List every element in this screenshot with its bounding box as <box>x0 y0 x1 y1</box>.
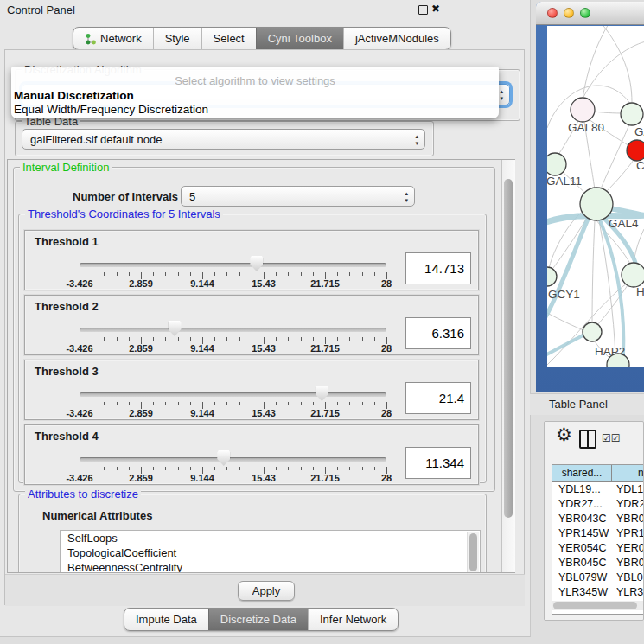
column-header[interactable]: name <box>612 465 643 481</box>
table-cell: YBR0... <box>616 556 643 571</box>
threshold-slider-track[interactable] <box>80 457 386 462</box>
tab-network[interactable]: Network <box>73 28 153 49</box>
scrollbar-thumb[interactable] <box>504 179 513 518</box>
network-node[interactable] <box>547 153 566 175</box>
algorithm-option[interactable]: Manual Discretization <box>14 89 496 103</box>
network-node[interactable] <box>622 263 644 287</box>
threshold-value-field[interactable]: 11.344 <box>405 447 471 479</box>
table-cell: YBL0... <box>616 571 643 585</box>
network-node[interactable] <box>571 98 595 122</box>
threshold-panel: Threshold 4-3.4262.8599.14415.4321.71528… <box>24 424 479 485</box>
attribute-item[interactable]: SelfLoops <box>61 531 480 545</box>
network-canvas[interactable]: GAL80GACGAL11GAL4HGCY1HAP2 <box>547 26 644 367</box>
threshold-panel: Threshold 3-3.4262.8599.14415.4321.71528… <box>24 360 479 420</box>
table-row[interactable]: YBR045CYBR0... <box>552 556 643 571</box>
network-node[interactable] <box>583 322 602 341</box>
threshold-slider-track[interactable] <box>80 328 386 332</box>
scrollbar-thumb[interactable] <box>553 602 637 609</box>
table-cell: YDR2... <box>616 497 643 512</box>
table-data-combobox[interactable]: galFiltered.sif default node ▴▾ <box>22 129 425 150</box>
select-columns-icon[interactable]: ☑☑ <box>602 432 621 444</box>
tab-cyni-toolbox[interactable]: Cyni Toolbox <box>256 28 343 49</box>
zoom-window-icon[interactable] <box>580 8 590 18</box>
attribute-item[interactable]: TopologicalCoefficient <box>61 545 480 560</box>
algorithm-option[interactable]: Equal Width/Frequency Discretization <box>14 103 496 117</box>
node-label: GAL4 <box>609 217 639 230</box>
attribute-item[interactable]: BetweennessCentrality <box>61 560 480 573</box>
tab-label: Network <box>100 32 142 45</box>
group-title-interval-definition: Interval Definition <box>20 161 112 174</box>
tab-infer-network[interactable]: Infer Network <box>308 609 398 630</box>
table-panel-title: Table Panel <box>549 398 608 411</box>
threshold-label: Threshold 1 <box>35 235 99 248</box>
table-row[interactable]: YLR345WYLR3... <box>552 585 643 600</box>
table-row[interactable]: YBL079WYBL0... <box>552 571 643 585</box>
column-header[interactable]: shared... <box>552 465 612 481</box>
tab-jactivemnodules[interactable]: jActiveMNodules <box>343 28 450 49</box>
network-node[interactable] <box>580 188 613 220</box>
gear-icon[interactable]: ⚙ <box>556 424 572 445</box>
threshold-value-field[interactable]: 14.713 <box>405 252 471 284</box>
slider-scale-labels: -3.4262.8599.14415.4321.71528 <box>80 473 387 483</box>
node-attribute-table[interactable]: shared...name YDL19...YDL1...YDR27...YDR… <box>552 464 643 615</box>
network-node[interactable] <box>621 103 643 125</box>
close-window-icon[interactable] <box>547 8 558 18</box>
table-row[interactable]: YDR27...YDR2... <box>552 497 643 512</box>
apply-button[interactable]: Apply <box>238 581 295 601</box>
threshold-value-field[interactable]: 21.4 <box>405 382 471 414</box>
table-cell: YBL079W <box>552 571 616 585</box>
network-window-titlebar[interactable] <box>536 2 644 25</box>
table-horizontal-scrollbar[interactable] <box>552 601 643 610</box>
panel-title: Control Panel <box>7 3 75 16</box>
threshold-label: Threshold 4 <box>35 430 99 443</box>
table-row[interactable]: YPR145WYPR1... <box>552 526 643 541</box>
threshold-label: Threshold 2 <box>35 300 99 313</box>
number-of-intervals-combobox[interactable]: 5 ▴▾ <box>181 186 415 207</box>
list-scrollbar[interactable] <box>467 532 479 573</box>
float-panel-icon[interactable] <box>418 5 428 15</box>
control-panel-tab-bar: NetworkStyleSelectCyni ToolboxjActiveMNo… <box>73 27 451 50</box>
threshold-panel: Threshold 1-3.4262.8599.14415.4321.71528… <box>24 230 479 290</box>
settings-scrollbar[interactable] <box>501 160 515 572</box>
node-label: GAL80 <box>568 121 604 134</box>
threshold-slider-thumb[interactable] <box>316 386 328 401</box>
table-row[interactable]: YER054CYER0... <box>552 541 643 556</box>
tab-discretize-data[interactable]: Discretize Data <box>208 609 308 630</box>
table-cell: YBR045C <box>552 556 616 571</box>
threshold-slider-track[interactable] <box>80 263 386 267</box>
group-title-attributes: Attributes to discretize <box>25 488 141 501</box>
network-node[interactable] <box>547 267 557 286</box>
column-layout-icon[interactable] <box>579 430 596 449</box>
node-label: GCY1 <box>548 288 580 301</box>
node-label: GA <box>634 125 644 138</box>
table-cell: YBR0... <box>616 512 643 526</box>
numerical-attributes-list[interactable]: SelfLoopsTopologicalCoefficientBetweenne… <box>60 530 481 573</box>
close-panel-icon[interactable]: ✖ <box>431 3 440 15</box>
table-cell: YLR3... <box>616 585 643 600</box>
table-panel-frame: ⚙ ☑☑ shared...name YDL19...YDL1...YDR27.… <box>544 421 644 621</box>
minimize-window-icon[interactable] <box>564 8 574 18</box>
tab-style[interactable]: Style <box>153 28 201 49</box>
node-label: GAL11 <box>547 175 582 188</box>
table-cell: YPR1... <box>616 526 643 541</box>
tab-select[interactable]: Select <box>201 28 256 49</box>
table-row[interactable]: YDL19...YDL1... <box>552 482 643 497</box>
table-header-row: shared...name <box>552 465 643 482</box>
network-node[interactable] <box>627 140 644 161</box>
table-cell: YER054C <box>552 541 616 556</box>
tab-impute-data[interactable]: Impute Data <box>124 609 208 630</box>
threshold-slider-thumb[interactable] <box>217 450 230 466</box>
threshold-slider-thumb[interactable] <box>250 256 263 271</box>
table-cell: YDR27... <box>552 497 616 512</box>
threshold-slider-thumb[interactable] <box>169 321 182 336</box>
table-row[interactable]: YBR043CYBR0... <box>552 512 643 526</box>
tab-label: Style <box>165 32 190 45</box>
table-panel-titlebar: Table Panel <box>530 393 644 415</box>
node-label: H <box>636 285 644 298</box>
slider-scale-labels: -3.4262.8599.14415.4321.71528 <box>80 278 387 289</box>
threshold-value-field[interactable]: 6.316 <box>405 317 471 349</box>
threshold-slider-track[interactable] <box>80 392 386 397</box>
group-title-thresholds: Threshold's Coordinates for 5 Intervals <box>25 207 223 220</box>
slider-scale-labels: -3.4262.8599.14415.4321.71528 <box>80 408 387 418</box>
popup-hint: Select algorithm to view settings <box>11 74 499 87</box>
